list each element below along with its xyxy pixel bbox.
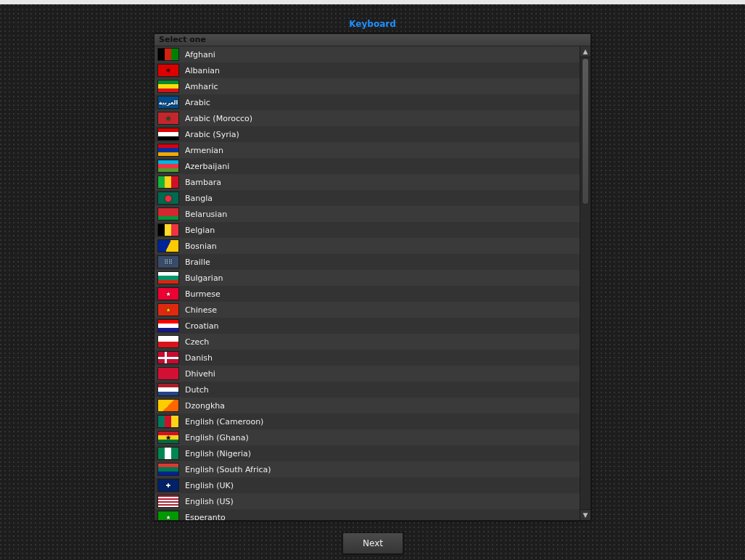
list-item-label: Arabic (Morocco): [185, 114, 252, 123]
list-item-label: Braille: [185, 258, 210, 267]
list-item[interactable]: العربيةArabic: [155, 94, 580, 110]
list-item[interactable]: Belgian: [155, 222, 580, 238]
scroll-thumb[interactable]: [582, 58, 589, 205]
list-item[interactable]: Dutch: [155, 382, 580, 398]
flag-icon: [157, 447, 179, 460]
list-item-label: Bulgarian: [185, 273, 223, 283]
list-item[interactable]: Arabic (Syria): [155, 126, 580, 142]
list-item[interactable]: English (Nigeria): [155, 445, 580, 461]
keyboard-layout-list: Afghani✶AlbanianAmharicالعربيةArabic★Ara…: [155, 46, 580, 520]
list-item-label: Croatian: [185, 321, 219, 331]
list-item[interactable]: Armenian: [155, 142, 580, 158]
list-item[interactable]: ✶Albanian: [155, 62, 580, 78]
list-item[interactable]: Czech: [155, 334, 580, 350]
flag-icon: ✶: [157, 64, 179, 77]
list-item-label: Dhivehi: [185, 369, 215, 379]
list-item[interactable]: English (South Africa): [155, 461, 580, 477]
scroll-up-icon[interactable]: ▲: [580, 46, 590, 57]
list-item-label: English (UK): [185, 481, 234, 490]
list-item-label: Albanian: [185, 66, 220, 75]
flag-icon: [157, 48, 179, 61]
list-item-label: Burmese: [185, 289, 221, 299]
next-button[interactable]: Next: [342, 532, 403, 554]
list-item[interactable]: Danish: [155, 350, 580, 366]
list-item-label: Czech: [185, 337, 209, 347]
flag-icon: [157, 223, 179, 236]
list-item[interactable]: Amharic: [155, 78, 580, 94]
list-item-label: English (Nigeria): [185, 449, 251, 458]
background: Keyboard Select one Afghani✶AlbanianAmha…: [0, 4, 745, 560]
flag-icon: [157, 351, 179, 364]
list-item[interactable]: ★Esperanto: [155, 509, 580, 520]
list-item[interactable]: ★Arabic (Morocco): [155, 110, 580, 126]
scrollbar[interactable]: ▲ ▼: [580, 46, 590, 520]
list-item-label: Dzongkha: [185, 401, 225, 411]
flag-icon: العربية: [157, 96, 179, 109]
list-item-label: Belgian: [185, 226, 215, 235]
flag-icon: [157, 383, 179, 396]
flag-icon: [157, 463, 179, 476]
list-item-label: Bangla: [185, 194, 213, 203]
list-item-label: Arabic: [185, 98, 210, 107]
scroll-down-icon[interactable]: ▼: [580, 509, 590, 520]
list-item-label: Danish: [185, 353, 213, 363]
list-item[interactable]: Dhivehi: [155, 366, 580, 382]
list-item[interactable]: Croatian: [155, 318, 580, 334]
list-item-label: English (South Africa): [185, 465, 271, 474]
list-item-label: Azerbaijani: [185, 162, 229, 171]
list-item[interactable]: Bulgarian: [155, 270, 580, 286]
flag-icon: [157, 207, 179, 221]
list-item-label: English (Cameroon): [185, 417, 263, 427]
list-item[interactable]: ✚English (UK): [155, 477, 580, 493]
flag-icon: [157, 399, 179, 412]
flag-icon: [157, 176, 179, 189]
flag-icon: ✚: [157, 479, 179, 492]
flag-icon: ⠿⠿: [157, 255, 179, 268]
flag-icon: [157, 144, 179, 157]
list-item[interactable]: Azerbaijani: [155, 158, 580, 174]
panel-header: Select one: [155, 34, 590, 46]
list-item[interactable]: ★Chinese: [155, 302, 580, 318]
list-item[interactable]: ★Burmese: [155, 286, 580, 302]
list-item[interactable]: English (US): [155, 493, 580, 509]
list-item-label: Armenian: [185, 146, 223, 155]
list-item[interactable]: ●Bangla: [155, 190, 580, 206]
flag-icon: ★: [157, 287, 179, 300]
list-item[interactable]: ★English (Ghana): [155, 429, 580, 445]
keyboard-list-panel: Select one Afghani✶AlbanianAmharicالعربي…: [154, 33, 591, 521]
list-item[interactable]: Bambara: [155, 174, 580, 190]
flag-icon: ●: [157, 192, 179, 205]
list-item-label: Afghani: [185, 50, 215, 59]
page-title: Keyboard: [0, 19, 745, 29]
flag-icon: ★: [157, 303, 179, 316]
list-item-label: English (Ghana): [185, 433, 249, 442]
list-item[interactable]: Afghani: [155, 46, 580, 62]
list-item-label: Chinese: [185, 305, 217, 315]
list-wrapper: Afghani✶AlbanianAmharicالعربيةArabic★Ara…: [155, 46, 590, 520]
list-item[interactable]: English (Cameroon): [155, 413, 580, 429]
flag-icon: ★: [157, 511, 179, 520]
flag-icon: [157, 319, 179, 332]
flag-icon: [157, 415, 179, 428]
flag-icon: ★: [157, 431, 179, 444]
list-item-label: Bambara: [185, 178, 221, 187]
list-item[interactable]: Belarusian: [155, 206, 580, 222]
list-item-label: Amharic: [185, 82, 218, 91]
list-item-label: Belarusian: [185, 210, 227, 219]
flag-icon: [157, 367, 179, 380]
list-item[interactable]: ⠿⠿Braille: [155, 254, 580, 270]
flag-icon: [157, 239, 179, 252]
flag-icon: [157, 335, 179, 348]
list-item[interactable]: Dzongkha: [155, 398, 580, 413]
flag-icon: [157, 271, 179, 284]
list-item[interactable]: Bosnian: [155, 238, 580, 254]
list-item-label: Esperanto: [185, 513, 226, 521]
flag-icon: ★: [157, 112, 179, 125]
list-item-label: Bosnian: [185, 242, 217, 251]
flag-icon: [157, 80, 179, 93]
flag-icon: [157, 495, 179, 508]
list-item-label: Dutch: [185, 385, 209, 395]
list-item-label: English (US): [185, 497, 234, 506]
list-item-label: Arabic (Syria): [185, 130, 239, 139]
flag-icon: [157, 128, 179, 141]
